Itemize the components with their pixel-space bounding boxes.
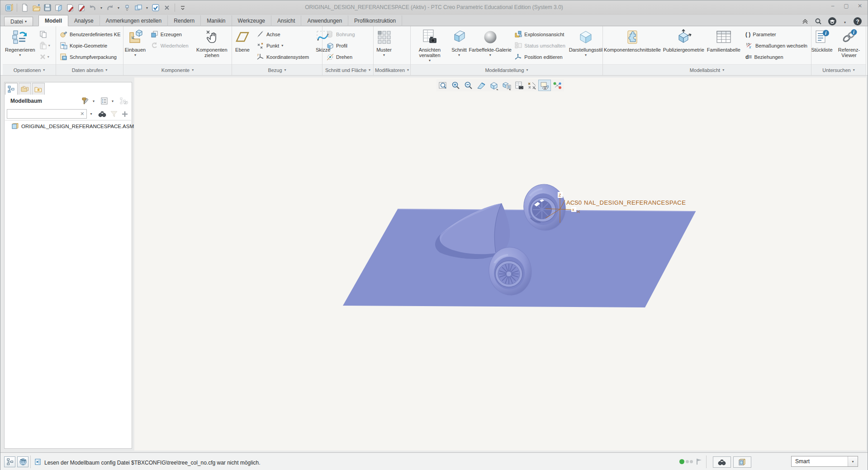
drehen-button[interactable]: Drehen	[323, 51, 359, 62]
tree-tab-modeltree[interactable]	[5, 83, 18, 95]
tab-werkzeuge[interactable]: Werkzeuge	[232, 15, 271, 26]
datum-display-button[interactable]	[526, 80, 538, 91]
tree-settings-icon[interactable]	[81, 97, 90, 105]
achse-button[interactable]: Achse	[253, 29, 313, 40]
tree-panel-tabs	[5, 83, 45, 95]
flag-icon[interactable]	[696, 458, 703, 467]
group-bezug[interactable]: Bezug▾	[232, 64, 322, 75]
ebene-button[interactable]: Ebene	[232, 26, 253, 64]
search-box[interactable]: ✕	[7, 109, 87, 119]
schnitt-icon	[451, 28, 467, 46]
explosionsansicht-button[interactable]: Explosionsansicht	[511, 29, 569, 40]
copy-icon	[39, 30, 47, 38]
find-icon[interactable]	[98, 110, 107, 118]
model-select-button[interactable]	[733, 456, 751, 468]
group-daten-abrufen[interactable]: Daten abrufen▾	[56, 64, 123, 75]
erzeugen-button[interactable]: Erzeugen	[147, 29, 192, 40]
group-schnitt-und-fl-che[interactable]: Schnitt und Fläche▾	[323, 64, 373, 75]
tab-profilkonstruktion[interactable]: Profilkonstruktion	[348, 15, 402, 26]
main-area: Modellbaum ▾ ▾ ✕ ▾ ORIGINAL_DESIGN_REFER…	[0, 76, 868, 452]
komponentenschnittstelle-button[interactable]: Komponentenschnittstelle	[603, 26, 662, 64]
toggle-browser-button[interactable]	[17, 456, 28, 467]
tree-tab-folderbrowser[interactable]	[19, 83, 31, 95]
tree-settings-arrow[interactable]: ▾	[93, 99, 97, 103]
saved-views-button[interactable]	[500, 80, 513, 91]
group-modellabsicht[interactable]: Modellabsicht▾	[603, 64, 811, 75]
toggle-tree-button[interactable]	[4, 456, 15, 467]
darstellungsstil-button[interactable]: Darstellungsstil▾	[569, 26, 602, 64]
group-komponente[interactable]: Komponente▾	[123, 64, 232, 75]
tree-tab-favorites[interactable]	[32, 83, 45, 95]
st-ckliste-button[interactable]: iStückliste	[811, 26, 832, 64]
koordinatensystem-button[interactable]: Koordinatensystem	[253, 51, 313, 62]
community-arrow[interactable]: ▾	[843, 20, 847, 24]
kopie-geometrie-button[interactable]: Kopie-Geometrie	[56, 40, 124, 51]
punkt-button[interactable]: Punkt▾	[253, 40, 313, 51]
graphics-area[interactable]: Z x ACS0 NAL_DESIGN_REFERANCESPACE	[134, 77, 866, 451]
tab-anmerkungen-erstellen[interactable]: Anmerkungen erstellen	[100, 15, 168, 26]
einbauen-button[interactable]: Einbauen▾	[123, 26, 147, 64]
benutzerdefiniertes-ke-button[interactable]: Benutzerdefiniertes KE	[56, 29, 124, 40]
publiziergeometrie-button[interactable]: Publiziergeometrie	[662, 26, 706, 64]
profil-button[interactable]: Profil	[323, 40, 359, 51]
repaint-button[interactable]	[475, 80, 488, 91]
sphere-icon	[483, 28, 498, 46]
tab-manikin[interactable]: Manikin	[201, 15, 232, 26]
farbeffekte-galerie-button[interactable]: Farbeffekte-Galerie▾	[470, 26, 511, 64]
copy-button[interactable]	[38, 29, 52, 40]
tab-rendern[interactable]: Rendern	[168, 15, 201, 26]
bemaßungen-wechseln-button[interactable]: 15xBemaßungen wechseln	[742, 40, 811, 51]
zoom-in-button[interactable]	[450, 80, 462, 91]
maximize-button[interactable]: ▢	[843, 3, 849, 9]
regenerieren-button[interactable]: Regenerieren▾	[3, 26, 38, 64]
famtable-icon	[716, 28, 732, 46]
status-dot-1	[686, 460, 689, 463]
einbauen-icon	[127, 28, 143, 46]
komponenten-ziehen-button[interactable]: Komponenten ziehen	[192, 26, 232, 64]
schrumpfverpackung-button[interactable]: Schrumpfverpackung	[56, 51, 124, 62]
ansichten-verwalten-button[interactable]: Ansichten verwalten▾	[411, 26, 449, 64]
zoom-out-button[interactable]	[462, 80, 475, 91]
spin-center-button[interactable]	[551, 80, 564, 91]
add-filter-icon[interactable]	[121, 110, 128, 118]
svg-text:i: i	[853, 30, 854, 35]
position-editieren-button[interactable]: Position editieren	[511, 51, 569, 62]
collapse-ribbon-icon[interactable]	[802, 18, 809, 26]
close-button[interactable]: ✕	[857, 3, 863, 9]
explode-icon	[514, 30, 522, 38]
group-modelldarstellung[interactable]: Modelldarstellung▾	[411, 64, 602, 75]
group-operationen[interactable]: Operationen▾	[3, 64, 56, 75]
muster-button[interactable]: Muster▾	[374, 26, 394, 64]
group-modifikatoren[interactable]: Modifikatoren▾	[374, 64, 410, 75]
beziehungen-button[interactable]: d=Beziehungen	[742, 51, 811, 62]
graphics-toolbar	[436, 79, 564, 91]
search-icon[interactable]	[815, 18, 822, 27]
parameter-button[interactable]: ( )Parameter	[742, 29, 811, 40]
search-input[interactable]	[7, 111, 78, 117]
schnitt-button[interactable]: Schnitt▾	[449, 26, 470, 64]
zoom-window-button[interactable]	[437, 80, 450, 91]
tree-item[interactable]: ORIGINAL_DESIGN_REFERANCESPACE.ASM	[5, 121, 131, 130]
selection-filter-arrow[interactable]: ▾	[848, 456, 858, 466]
view-manager-button[interactable]	[513, 80, 526, 91]
tab-anwendungen[interactable]: Anwendungen	[301, 15, 348, 26]
tab-modell[interactable]: Modell	[38, 15, 68, 26]
tab-analyse[interactable]: Analyse	[68, 15, 100, 26]
dequal-icon: d=	[745, 54, 752, 60]
tree-display-arrow[interactable]: ▾	[112, 99, 116, 103]
tab-datei[interactable]: Datei▾	[4, 17, 33, 26]
search-arrow[interactable]: ▾	[90, 112, 95, 116]
display-style-button[interactable]	[488, 80, 500, 91]
message-log-icon[interactable]	[34, 458, 42, 467]
tree-display-icon[interactable]	[100, 97, 109, 105]
tab-ansicht[interactable]: Ansicht	[271, 15, 301, 26]
annotation-display-button[interactable]	[538, 80, 551, 91]
search-model-button[interactable]	[713, 456, 731, 468]
repaint-icon	[476, 81, 486, 90]
group-untersuchen[interactable]: Untersuchen▾	[811, 64, 866, 75]
clear-search-icon[interactable]: ✕	[78, 111, 86, 117]
referenz-viewer-button[interactable]: iReferenz-Viewer	[832, 26, 866, 64]
selection-filter[interactable]: Smart ▾	[791, 456, 858, 467]
familientabelle-button[interactable]: Familientabelle	[706, 26, 742, 64]
minimize-button[interactable]: –	[830, 3, 836, 9]
